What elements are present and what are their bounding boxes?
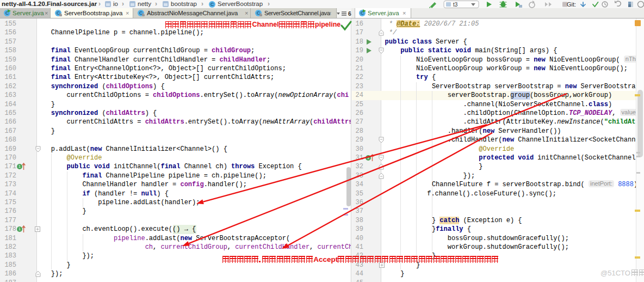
svg-text:Git:: Git:	[567, 1, 576, 8]
svg-text:t3: t3	[453, 2, 458, 8]
